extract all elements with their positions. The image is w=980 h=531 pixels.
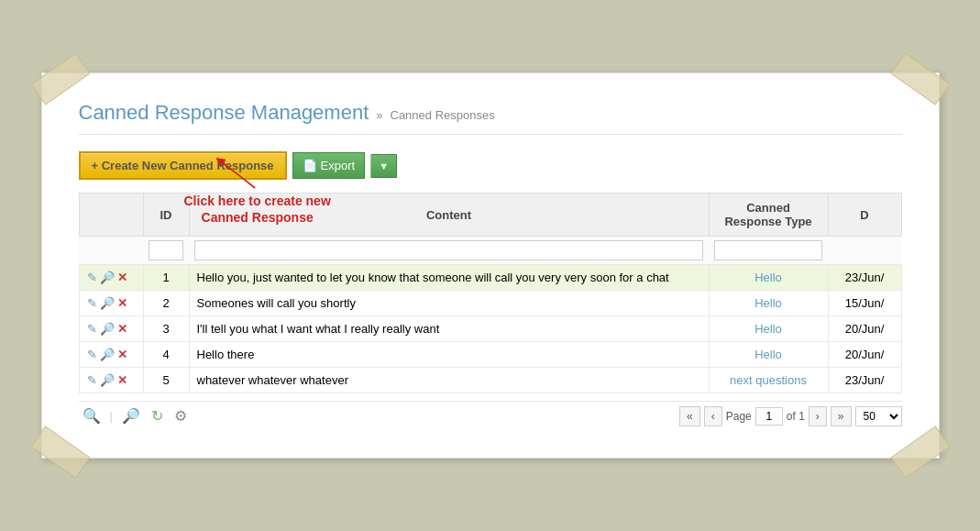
edit-icon[interactable]: ✎ [87,296,97,310]
row-id: 3 [143,316,189,342]
row-date: 15/Jun/ [828,291,901,316]
zoom-in-icon[interactable]: 🔎 [118,405,144,426]
tape-br [890,426,950,478]
pagination-tools: 🔍 | 🔎 ↻ ⚙ [79,405,191,426]
row-type[interactable]: Hello [709,291,828,316]
settings-icon[interactable]: ⚙ [171,405,191,426]
delete-icon[interactable]: ✕ [117,348,127,361]
row-content: Hello you, just wanted to let you know t… [189,265,709,291]
filter-type-input[interactable] [714,240,822,260]
callout-annotation: Click here to create new Canned Response [184,172,331,226]
row-date: 20/Jun/ [828,316,901,342]
callout-line2: Canned Response [184,209,331,226]
row-date: 23/Jun/ [828,368,901,393]
refresh-icon[interactable]: ↻ [148,405,167,426]
filter-type[interactable] [709,237,828,265]
pag-page-input[interactable] [755,407,783,426]
type-link[interactable]: Hello [754,322,782,336]
filter-actions [79,237,143,265]
table-row: ✎ 🔎 ✕ 1Hello you, just wanted to let you… [79,265,901,291]
view-icon[interactable]: 🔎 [100,373,115,387]
filter-content-input[interactable] [194,240,703,260]
filter-row [79,237,901,265]
type-link[interactable]: Hello [754,348,782,361]
pag-next-button[interactable]: › [809,406,827,426]
delete-icon[interactable]: ✕ [117,373,127,387]
table-row: ✎ 🔎 ✕ 4Hello thereHello20/Jun/ [79,342,901,368]
page-title: Canned Response Management [79,101,369,125]
tape-tr [890,52,950,105]
col-header-type: Canned Response Type [709,194,828,237]
table-row: ✎ 🔎 ✕ 3I'll tell you what I want what I … [79,316,901,342]
row-content: whatever whatever whatever [189,368,709,393]
row-content: Hello there [189,342,709,368]
row-id: 2 [143,291,189,316]
pagination-nav: « ‹ Page of 1 › » 10 25 50 100 [679,406,901,426]
delete-icon[interactable]: ✕ [117,296,127,310]
page-header: Canned Response Management » Canned Resp… [79,101,902,135]
zoom-out-icon[interactable]: 🔍 [79,405,105,426]
pag-first-button[interactable]: « [679,406,700,426]
breadcrumb-item: Canned Responses [391,108,495,122]
row-type[interactable]: Hello [709,316,828,342]
row-id: 5 [143,368,189,393]
main-container: Canned Response Management » Canned Resp… [41,72,940,459]
view-icon[interactable]: 🔎 [100,322,115,336]
row-content: Someones will call you shortly [189,291,709,316]
pag-prev-button[interactable]: ‹ [704,406,722,426]
row-actions: ✎ 🔎 ✕ [79,368,143,393]
col-header-id: ID [143,194,189,237]
filter-content[interactable] [189,237,709,265]
filter-id-input[interactable] [149,240,183,260]
row-content: I'll tell you what I want what I really … [189,316,709,342]
row-date: 20/Jun/ [828,342,901,368]
row-id: 1 [143,265,189,291]
type-link[interactable]: Hello [754,271,782,284]
pag-per-page-select[interactable]: 10 25 50 100 [855,406,902,426]
row-date: 23/Jun/ [828,265,901,291]
col-header-date: D [828,194,901,237]
export-icon: 📄 [303,159,317,172]
tape-tl [30,52,90,105]
row-actions: ✎ 🔎 ✕ [79,265,143,291]
row-type[interactable]: Hello [709,265,828,291]
edit-icon[interactable]: ✎ [87,373,97,387]
row-type[interactable]: Hello [709,342,828,368]
filter-date [828,237,901,265]
row-actions: ✎ 🔎 ✕ [79,316,143,342]
row-actions: ✎ 🔎 ✕ [79,291,143,316]
table-row: ✎ 🔎 ✕ 2Someones will call you shortlyHel… [79,291,901,316]
row-type[interactable]: next questions [709,368,828,393]
edit-icon[interactable]: ✎ [87,322,97,336]
filter-id[interactable] [143,237,189,265]
tape-bl [30,426,90,478]
row-id: 4 [143,342,189,368]
pag-page-label: Page [726,410,752,423]
pag-last-button[interactable]: » [831,406,852,426]
callout-line1: Click here to create new [184,193,331,209]
view-icon[interactable]: 🔎 [100,271,115,284]
callout-arrow-icon [212,156,267,193]
breadcrumb-sep: » [376,108,382,122]
view-icon[interactable]: 🔎 [100,348,115,361]
delete-icon[interactable]: ✕ [117,322,127,336]
edit-icon[interactable]: ✎ [87,348,97,361]
view-icon[interactable]: 🔎 [100,296,115,310]
row-actions: ✎ 🔎 ✕ [79,342,143,368]
delete-icon[interactable]: ✕ [117,271,127,284]
export-label: Export [321,159,356,172]
col-header-actions [79,194,143,237]
pag-of-label: of 1 [787,410,805,423]
pag-sep1: | [110,409,113,423]
pagination-bar: 🔍 | 🔎 ↻ ⚙ « ‹ Page of 1 › » 10 25 50 100 [79,401,902,430]
export-dropdown-button[interactable]: ▼ [370,154,397,178]
edit-icon[interactable]: ✎ [87,271,97,284]
table-body: ✎ 🔎 ✕ 1Hello you, just wanted to let you… [79,265,901,393]
type-link[interactable]: next questions [730,373,807,387]
type-link[interactable]: Hello [754,296,782,310]
table-row: ✎ 🔎 ✕ 5whatever whatever whatevernext qu… [79,368,901,393]
